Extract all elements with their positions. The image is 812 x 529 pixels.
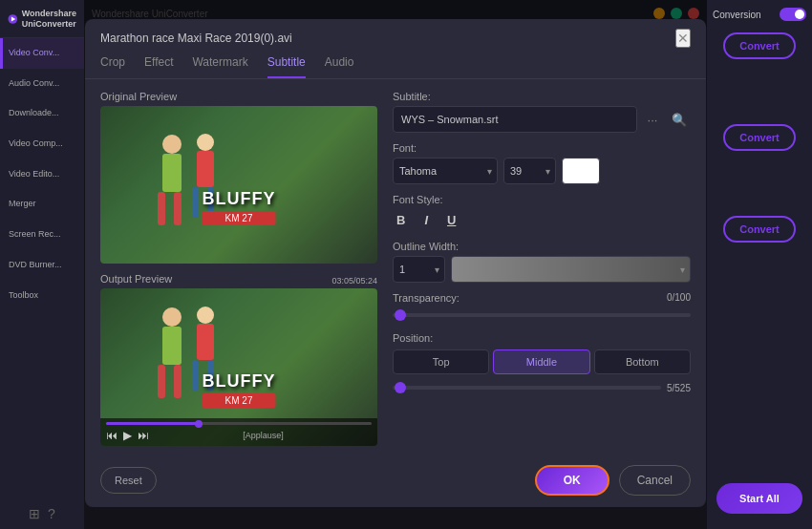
play-button[interactable]: ▶ [123, 429, 132, 442]
conversion-label: Conversion [713, 10, 761, 20]
subtitle-overlay: BLUFFY KM 27 [203, 189, 276, 225]
footer-right-buttons: OK Cancel [535, 465, 691, 496]
transparency-slider[interactable] [393, 307, 691, 323]
progress-fill [106, 422, 199, 425]
position-top-button[interactable]: Top [393, 349, 489, 374]
subtitle-label: Subtitle: [393, 91, 691, 102]
bold-button[interactable]: B [393, 211, 409, 229]
reset-button[interactable]: Reset [100, 467, 157, 494]
outline-width-select[interactable]: 1 2 3 [393, 256, 445, 283]
underline-button[interactable]: U [443, 211, 459, 229]
sidebar-panel-icon[interactable]: ⊞ [29, 506, 40, 521]
svg-rect-8 [192, 187, 199, 218]
svg-point-10 [162, 307, 182, 327]
font-color-picker[interactable] [562, 158, 600, 184]
cancel-button[interactable]: Cancel [619, 465, 691, 496]
timestamp-label: 03:05/05:24 [331, 276, 377, 286]
font-select[interactable]: Tahoma Arial Times New Roman [393, 158, 498, 184]
position-value: 5/525 [667, 383, 691, 393]
position-bottom-button[interactable]: Bottom [594, 349, 691, 374]
position-thumb [395, 382, 406, 393]
svg-rect-4 [158, 192, 165, 225]
modal-overlay: Marathon race Maxi Race 2019(0).avi ✕ Cr… [84, 0, 707, 529]
svg-rect-3 [162, 154, 182, 192]
convert-button-3[interactable]: Convert [723, 216, 796, 243]
rewind-button[interactable]: ⏮ [106, 429, 118, 442]
transparency-header: Transparency: 0/100 [393, 292, 691, 304]
output-preview-video: BLUFFY KM 27 ⏮ [100, 288, 377, 446]
size-select-wrapper: 39 24 32 48 [503, 158, 556, 184]
transparency-label: Transparency: [393, 292, 459, 304]
convert-button-2[interactable]: Convert [723, 124, 796, 151]
tab-watermark[interactable]: Watermark [192, 55, 247, 78]
main-area: Wondershare UniConverter Marathon race M… [84, 0, 707, 529]
font-style-label: Font Style: [393, 194, 691, 205]
km-badge: KM 27 [203, 211, 276, 225]
sidebar-item-screen-recorder[interactable]: Screen Rec... [0, 220, 84, 250]
output-preview-section: Output Preview 03:05/05:24 [100, 273, 377, 446]
position-middle-button[interactable]: Middle [493, 349, 589, 374]
italic-button[interactable]: I [420, 211, 432, 229]
sidebar-item-audio-convert[interactable]: Audio Conv... [0, 69, 84, 99]
font-label: Font: [393, 142, 691, 154]
position-row: Position: Top Middle Bottom 5/525 [393, 332, 691, 395]
modal-dialog: Marathon race Maxi Race 2019(0).avi ✕ Cr… [85, 19, 706, 507]
sidebar-help-icon[interactable]: ? [48, 506, 55, 521]
tab-crop[interactable]: Crop [100, 55, 125, 78]
original-preview-video: BLUFFY KM 27 [100, 106, 377, 264]
svg-rect-7 [197, 151, 214, 187]
transparency-track [393, 313, 691, 317]
bluffy-text: BLUFFY [203, 189, 276, 209]
tab-subtitle[interactable]: Subtitle [267, 55, 306, 78]
sidebar-item-video-convert[interactable]: Video Conv... [0, 38, 84, 69]
ok-button[interactable]: OK [535, 465, 609, 496]
modal-title: Marathon race Maxi Race 2019(0).avi [100, 32, 292, 45]
search-button[interactable]: 🔍 [668, 108, 691, 131]
svg-rect-11 [162, 327, 182, 365]
position-slider-row: 5/525 [393, 380, 691, 395]
sidebar-item-dvd-burner[interactable]: DVD Burner... [0, 250, 84, 281]
original-preview-label: Original Preview [100, 91, 377, 102]
position-label: Position: [393, 332, 691, 344]
sidebar-item-video-editor[interactable]: Video Edito... [0, 159, 84, 190]
font-select-wrapper: Tahoma Arial Times New Roman [393, 158, 498, 184]
svg-rect-15 [197, 324, 214, 360]
right-panel: Conversion Convert Convert Convert Start… [707, 0, 812, 529]
fast-forward-button[interactable]: ⏭ [138, 429, 149, 442]
transparency-value: 0/100 [667, 292, 691, 304]
font-size-select[interactable]: 39 24 32 48 [503, 158, 556, 184]
subtitle-file-input[interactable] [393, 106, 637, 133]
progress-bar[interactable] [106, 422, 372, 425]
start-all-button[interactable]: Start All [716, 483, 802, 514]
more-options-button[interactable]: ··· [641, 108, 664, 131]
output-km-badge: KM 27 [203, 393, 276, 408]
svg-point-2 [162, 135, 182, 154]
position-track [393, 386, 661, 390]
video-controls: ⏮ ▶ ⏭ [Applause] [100, 418, 377, 446]
sidebar-bottom: ⊞ ? [0, 498, 84, 529]
tab-audio[interactable]: Audio [325, 55, 354, 78]
svg-rect-5 [174, 192, 182, 225]
modal-tabs: Crop Effect Watermark Subtitle Audio [85, 48, 706, 79]
sidebar-item-downloader[interactable]: Downloade... [0, 98, 84, 129]
position-slider[interactable] [393, 380, 661, 395]
toggle-knob [795, 10, 804, 19]
conversion-toggle[interactable] [780, 8, 806, 21]
modal-close-button[interactable]: ✕ [675, 29, 691, 48]
sidebar-item-toolbox[interactable]: Toolbox [0, 281, 84, 311]
tab-effect[interactable]: Effect [144, 55, 173, 78]
sidebar-item-video-compress[interactable]: Video Comp... [0, 129, 84, 159]
svg-rect-13 [174, 365, 182, 398]
svg-point-14 [197, 307, 214, 324]
outline-width-label: Outline Width: [393, 241, 691, 252]
outline-select-wrapper: 1 2 3 [393, 256, 445, 283]
modal-body: Original Preview [85, 79, 706, 457]
subtitle-panel: Subtitle: ··· 🔍 Font: [393, 91, 691, 446]
sidebar-item-merger[interactable]: Merger [0, 189, 84, 220]
outline-color-picker[interactable] [451, 256, 691, 283]
svg-point-6 [197, 134, 214, 151]
transparency-thumb [395, 309, 406, 321]
convert-button-1[interactable]: Convert [723, 32, 796, 59]
outline-controls: 1 2 3 [393, 256, 691, 283]
original-preview-section: Original Preview [100, 91, 377, 264]
